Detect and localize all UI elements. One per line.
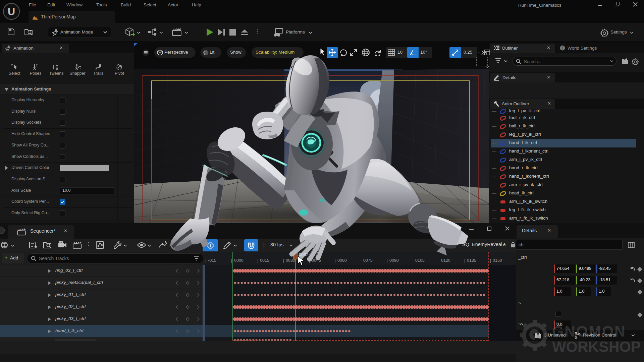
svg-text:GNOMON: GNOMON [552,323,626,340]
svg-text:U: U [8,6,15,17]
svg-text:WORKSHOP: WORKSHOP [552,339,641,355]
